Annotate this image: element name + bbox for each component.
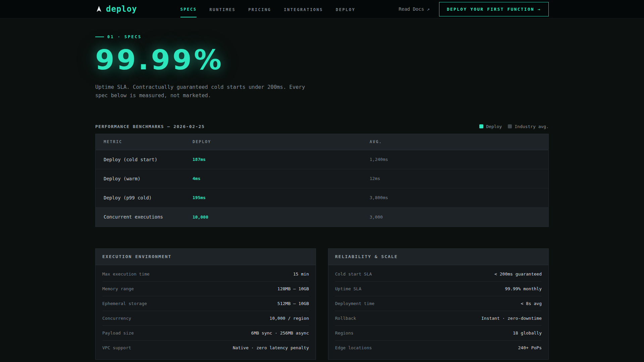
brand-logo[interactable]: deploy	[95, 4, 137, 14]
hero-section: 01 · SPECS 99.99% Uptime SLA. Contractua…	[95, 18, 549, 100]
benchmarks-table: METRIC DEPLOY AVG. Deploy (cold start)18…	[95, 134, 549, 227]
avg-value: 3,000	[370, 215, 416, 220]
spec-row: Max execution time15 min	[102, 267, 309, 282]
spec-value: 18 globally	[513, 330, 542, 336]
deploy-value: 4ms	[193, 176, 239, 181]
spec-cards-section: EXECUTION ENVIRONMENTMax execution time1…	[95, 248, 549, 362]
read-docs-link[interactable]: Read Docs ↗	[399, 6, 430, 12]
spec-card: RELIABILITY & SCALECold start SLA< 200ms…	[328, 248, 549, 360]
spec-card: EXECUTION ENVIRONMENTMax execution time1…	[95, 248, 316, 360]
nav-item-pricing[interactable]: PRICING	[248, 1, 271, 17]
benchmarks-legend: DeployIndustry avg.	[479, 124, 549, 129]
spec-label: Memory range	[102, 286, 134, 291]
eyebrow-label: 01 · SPECS	[107, 35, 142, 39]
spec-value: 10,000 / region	[270, 316, 309, 321]
spec-row: RollbackInstant · zero-downtime	[335, 311, 542, 326]
rocket-arrow-icon	[95, 5, 103, 13]
spec-label: Ephemeral storage	[102, 301, 147, 306]
spec-value: 15 min	[293, 272, 309, 277]
spec-card-title: EXECUTION ENVIRONMENT	[96, 249, 316, 265]
deploy-cta-button[interactable]: DEPLOY YOUR FIRST FUNCTION →	[439, 2, 549, 16]
nav-item-runtimes[interactable]: RUNTIMES	[209, 1, 235, 17]
spec-card-title: RELIABILITY & SCALE	[328, 249, 548, 265]
avg-value: 3,800ms	[370, 195, 416, 200]
spec-value: Instant · zero-downtime	[481, 316, 542, 321]
spec-label: VPC support	[102, 345, 131, 350]
metric-name: Deploy (cold start)	[104, 157, 193, 162]
top-navbar: deploy SPECSRUNTIMESPRICINGINTEGRATIONSD…	[0, 0, 644, 18]
spec-row: VPC supportNative · zero latency penalty	[102, 341, 309, 355]
spec-value: < 200ms guaranteed	[494, 272, 542, 277]
spec-value: Native · zero latency penalty	[233, 345, 309, 350]
benchmarks-title: PERFORMANCE BENCHMARKS — 2026-02-25	[95, 124, 205, 129]
main-content: 01 · SPECS 99.99% Uptime SLA. Contractua…	[95, 18, 549, 362]
spec-row: Cold start SLA< 200ms guaranteed	[335, 267, 542, 282]
deploy-value: 10,000	[193, 215, 239, 220]
spec-row: Memory range128MB – 10GB	[102, 282, 309, 296]
deploy-value: 195ms	[193, 195, 239, 200]
spec-row: Uptime SLA99.99% monthly	[335, 282, 542, 296]
column-header-deploy: DEPLOY	[193, 139, 239, 144]
legend-swatch-icon	[479, 124, 483, 128]
spec-value: 128MB – 10GB	[277, 286, 309, 291]
spec-row: Deployment time< 8s avg	[335, 296, 542, 311]
legend-item: Industry avg.	[508, 124, 549, 129]
spec-card-body: Cold start SLA< 200ms guaranteedUptime S…	[328, 265, 548, 359]
eyebrow-dash	[95, 37, 104, 37]
table-body: Deploy (cold start)187ms1,240msDeploy (w…	[96, 150, 548, 227]
spec-label: Uptime SLA	[335, 286, 361, 291]
spec-value: 6MB sync · 256MB async	[251, 330, 309, 336]
benchmarks-section: PERFORMANCE BENCHMARKS — 2026-02-25 Depl…	[95, 124, 549, 227]
table-row: Concurrent executions10,0003,000	[96, 207, 548, 227]
avg-value: 1,240ms	[370, 157, 416, 162]
column-header-avg: AVG.	[370, 139, 416, 144]
legend-swatch-icon	[508, 124, 512, 128]
spec-row: Edge locations240+ PoPs	[335, 341, 542, 355]
spec-row: Regions18 globally	[335, 326, 542, 341]
spec-label: Payload size	[102, 330, 134, 336]
legend-label: Industry avg.	[515, 124, 549, 129]
metric-name: Concurrent executions	[104, 214, 193, 220]
nav-item-specs[interactable]: SPECS	[180, 1, 197, 17]
spec-label: Max execution time	[102, 272, 150, 277]
uptime-stat: 99.99%	[95, 44, 549, 76]
legend-item: Deploy	[479, 124, 502, 129]
table-row: Deploy (p99 cold)195ms3,800ms	[96, 188, 548, 207]
column-header-metric: METRIC	[104, 139, 193, 144]
nav-item-deploy[interactable]: DEPLOY	[336, 1, 355, 17]
spec-label: Regions	[335, 330, 354, 336]
metric-name: Deploy (p99 cold)	[104, 195, 193, 200]
spec-label: Cold start SLA	[335, 272, 372, 277]
spec-value: 512MB – 10GB	[277, 301, 309, 306]
deploy-value: 187ms	[193, 157, 239, 162]
spec-label: Concurrency	[102, 316, 131, 321]
spec-row: Ephemeral storage512MB – 10GB	[102, 296, 309, 311]
avg-value: 12ms	[370, 176, 416, 181]
table-row: Deploy (cold start)187ms1,240ms	[96, 150, 548, 169]
spec-value: < 8s avg	[521, 301, 542, 306]
nav-links: SPECSRUNTIMESPRICINGINTEGRATIONSDEPLOY	[180, 1, 356, 17]
brand-name: deploy	[106, 4, 137, 14]
metric-name: Deploy (warm)	[104, 176, 193, 181]
section-eyebrow: 01 · SPECS	[95, 35, 549, 39]
spec-row: Concurrency10,000 / region	[102, 311, 309, 326]
spec-label: Edge locations	[335, 345, 372, 350]
table-header-row: METRIC DEPLOY AVG.	[96, 134, 548, 150]
nav-item-integrations[interactable]: INTEGRATIONS	[284, 1, 323, 17]
spec-value: 99.99% monthly	[505, 286, 542, 291]
spec-label: Rollback	[335, 316, 356, 321]
spec-value: 240+ PoPs	[518, 345, 542, 350]
hero-description: Uptime SLA. Contractually guaranteed col…	[95, 83, 317, 100]
table-row: Deploy (warm)4ms12ms	[96, 169, 548, 188]
legend-label: Deploy	[486, 124, 502, 129]
spec-label: Deployment time	[335, 301, 374, 306]
spec-card-body: Max execution time15 minMemory range128M…	[96, 265, 316, 359]
spec-row: Payload size6MB sync · 256MB async	[102, 326, 309, 341]
